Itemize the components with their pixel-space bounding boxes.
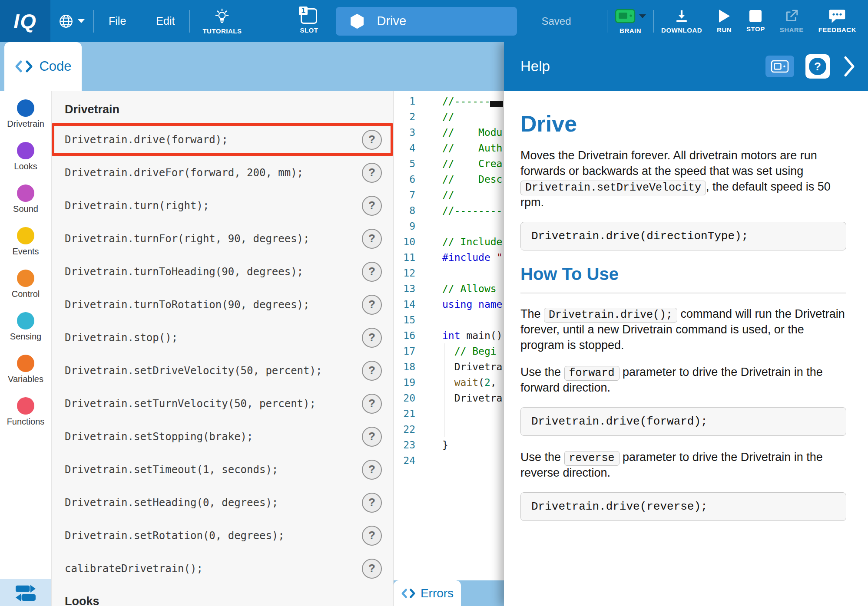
command-help-button[interactable]: ? xyxy=(362,328,382,348)
command-help-button[interactable]: ? xyxy=(362,460,382,480)
command-row[interactable]: Drivetrain.stop();? xyxy=(52,321,393,354)
brain-icon xyxy=(771,60,789,73)
sidebar-item-sound[interactable]: Sound xyxy=(13,184,38,214)
command-text: Drivetrain.turnFor(right, 90, degrees); xyxy=(65,233,362,245)
line-number: 10 xyxy=(394,234,415,250)
command-help-button[interactable]: ? xyxy=(362,262,382,282)
command-help-button[interactable]: ? xyxy=(362,295,382,315)
help-header-buttons: ? xyxy=(765,54,856,79)
slot-number-badge: 1 xyxy=(299,7,308,15)
command-list: Drivetrain Drivetrain.drive(forward);?Dr… xyxy=(51,91,393,606)
command-row[interactable]: Drivetrain.setDriveVelocity(50, percent)… xyxy=(52,354,393,387)
run-button[interactable]: RUN xyxy=(709,0,739,42)
tab-code[interactable]: Code xyxy=(4,42,82,91)
command-help-button[interactable]: ? xyxy=(362,526,382,546)
download-button[interactable]: DOWNLOAD xyxy=(654,0,709,42)
command-help-button[interactable]: ? xyxy=(362,394,382,414)
toolbar-right-cluster: BRAIN DOWNLOAD RUN STOP xyxy=(607,0,864,42)
code-workspace: Code DrivetrainLooksSoundEventsControlSe… xyxy=(0,42,504,606)
slot-label: SLOT xyxy=(300,26,318,34)
tab-errors[interactable]: Errors xyxy=(394,580,461,606)
command-help-button[interactable]: ? xyxy=(362,163,382,183)
sidebar-item-variables[interactable]: Variables xyxy=(8,355,43,384)
command-row[interactable]: Drivetrain.setStopping(brake);? xyxy=(52,420,393,453)
category-color-dot xyxy=(17,270,34,287)
share-button[interactable]: SHARE xyxy=(772,0,811,42)
sidebar-item-control[interactable]: Control xyxy=(12,270,40,299)
help-text: Use the xyxy=(520,451,564,464)
command-row[interactable]: Drivetrain.setHeading(0, degrees);? xyxy=(52,486,393,519)
code-line xyxy=(442,265,504,281)
language-menu-button[interactable] xyxy=(58,13,85,29)
help-paragraph: Moves the Drivetrain forever. All drivet… xyxy=(520,148,846,211)
question-mark-icon: ? xyxy=(809,58,826,75)
line-number: 3 xyxy=(394,125,415,140)
category-color-dot xyxy=(17,99,34,117)
command-help-button[interactable]: ? xyxy=(362,229,382,249)
stop-button[interactable]: STOP xyxy=(739,0,772,42)
category-sidebar: DrivetrainLooksSoundEventsControlSensing… xyxy=(0,91,51,606)
category-label: Sensing xyxy=(10,332,41,342)
code-editor[interactable]: 123456789101112131415161718192021222324 … xyxy=(393,91,504,606)
sidebar-item-events[interactable]: Events xyxy=(12,227,39,257)
command-text: Drivetrain.driveFor(forward, 200, mm); xyxy=(65,167,362,179)
help-text: Moves the Drivetrain forever. All drivet… xyxy=(520,149,817,178)
command-row[interactable]: Drivetrain.turnToHeading(90, degrees);? xyxy=(52,255,393,288)
indent-guide xyxy=(444,343,444,437)
sidebar-item-looks[interactable]: Looks xyxy=(14,142,37,171)
help-collapse-button[interactable] xyxy=(843,56,856,77)
code-line: Drivetra xyxy=(442,390,504,406)
command-help-button[interactable]: ? xyxy=(362,493,382,513)
command-help-button[interactable]: ? xyxy=(362,196,382,216)
code-line: wait(2, xyxy=(442,375,504,390)
command-row[interactable]: Drivetrain.setTimeout(1, seconds);? xyxy=(52,453,393,486)
code-line: #include " xyxy=(442,250,504,265)
help-subheading: How To Use xyxy=(520,264,846,284)
command-row[interactable]: Drivetrain.turnToRotation(90, degrees);? xyxy=(52,288,393,321)
project-name: Drive xyxy=(377,14,406,28)
help-body: Drive Moves the Drivetrain forever. All … xyxy=(504,91,868,606)
scrollbar-thumb[interactable] xyxy=(490,101,503,107)
command-row[interactable]: Drivetrain.setRotation(0, degrees);? xyxy=(52,519,393,552)
sidebar-item-functions[interactable]: Functions xyxy=(7,397,45,427)
command-section-title: Drivetrain xyxy=(52,91,393,123)
feedback-button[interactable]: FEEDBACK xyxy=(811,0,864,42)
code-tab-label: Code xyxy=(39,59,71,74)
code-line: int main() xyxy=(442,328,504,343)
command-help-button[interactable]: ? xyxy=(362,559,382,579)
caret-down-icon xyxy=(78,19,85,23)
sidebar-item-sensing[interactable]: Sensing xyxy=(10,312,41,342)
tutorials-button[interactable]: TUTORIALS xyxy=(195,0,249,42)
panel-tab-strip: Code xyxy=(0,42,504,91)
command-help-button[interactable]: ? xyxy=(362,361,382,381)
line-number: 24 xyxy=(394,453,415,468)
inline-code: reverse xyxy=(564,451,620,466)
errors-tab-strip: Errors xyxy=(394,580,504,606)
file-menu[interactable]: File xyxy=(94,15,141,27)
blocks-text-toggle-button[interactable] xyxy=(0,579,51,606)
command-row-highlighted[interactable]: Drivetrain.drive(forward);? xyxy=(52,123,393,156)
project-name-button[interactable]: Drive xyxy=(336,7,517,36)
command-row[interactable]: Drivetrain.driveFor(forward, 200, mm);? xyxy=(52,156,393,189)
command-help-button[interactable]: ? xyxy=(362,130,382,150)
main-area: Code DrivetrainLooksSoundEventsControlSe… xyxy=(0,42,868,606)
command-row[interactable]: Drivetrain.turnFor(right, 90, degrees);? xyxy=(52,222,393,255)
slot-icon: 1 xyxy=(301,8,317,24)
command-help-button[interactable]: ? xyxy=(362,427,382,447)
stop-icon xyxy=(749,10,762,23)
sidebar-item-drivetrain[interactable]: Drivetrain xyxy=(7,99,44,129)
download-label: DOWNLOAD xyxy=(661,26,702,34)
help-brain-button[interactable] xyxy=(765,56,794,77)
command-row[interactable]: calibrateDrivetrain();? xyxy=(52,552,393,585)
help-question-button[interactable]: ? xyxy=(805,54,830,79)
command-row[interactable]: Drivetrain.turn(right);? xyxy=(52,189,393,222)
code-line: } xyxy=(442,437,504,453)
command-row[interactable]: Drivetrain.setTurnVelocity(50, percent);… xyxy=(52,387,393,420)
slot-button[interactable]: 1 SLOT xyxy=(292,0,325,42)
brain-button[interactable]: BRAIN xyxy=(607,0,653,42)
edit-menu[interactable]: Edit xyxy=(141,15,189,27)
command-text: Drivetrain.setTurnVelocity(50, percent); xyxy=(65,398,362,410)
code-line xyxy=(442,406,504,422)
feedback-icon xyxy=(829,9,845,23)
errors-tab-label: Errors xyxy=(421,586,454,600)
